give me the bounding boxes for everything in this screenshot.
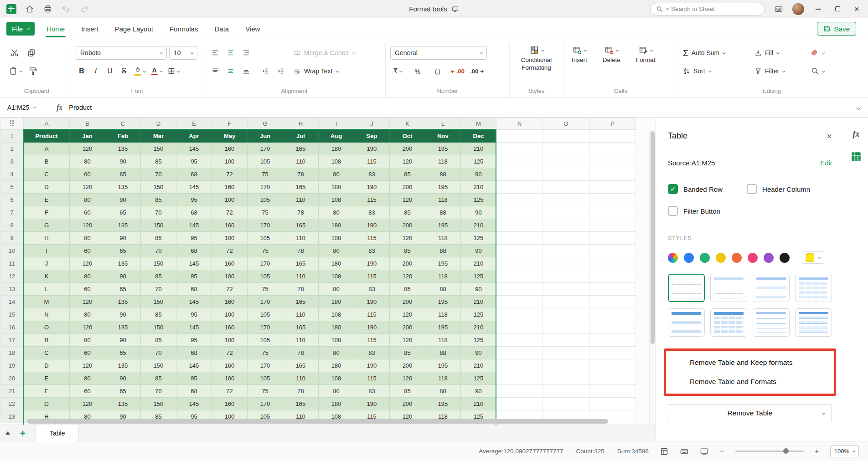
align-right-button[interactable] <box>239 46 253 60</box>
filter-button[interactable]: Filter <box>754 67 808 75</box>
style-color-6[interactable] <box>764 253 774 263</box>
cell[interactable]: 75 <box>248 347 283 359</box>
cell[interactable]: 195 <box>425 398 461 410</box>
cell[interactable] <box>589 155 636 168</box>
cell[interactable]: 210 <box>461 321 496 334</box>
cell[interactable]: 100 <box>212 270 248 283</box>
cell[interactable] <box>543 219 589 232</box>
cell[interactable] <box>496 168 543 181</box>
cell[interactable] <box>543 359 589 372</box>
cast-icon[interactable] <box>452 5 459 13</box>
checkbox-unchecked-icon[interactable] <box>747 184 757 194</box>
cell[interactable]: 120 <box>390 232 425 245</box>
cell[interactable]: 115 <box>354 334 390 347</box>
row-header-18[interactable]: 18 <box>0 347 24 359</box>
cell[interactable]: 125 <box>461 372 496 385</box>
cell[interactable]: 90 <box>105 194 141 206</box>
cell[interactable]: 85 <box>390 206 425 219</box>
cell[interactable]: 95 <box>176 270 212 283</box>
cell[interactable]: 85 <box>390 347 425 359</box>
cell[interactable]: 210 <box>461 181 496 194</box>
horizontal-scrollbar-thumb[interactable] <box>27 419 608 424</box>
cell[interactable]: 68 <box>176 283 212 296</box>
cell[interactable]: 125 <box>461 155 496 168</box>
cell[interactable] <box>496 334 543 347</box>
cell[interactable]: 118 <box>425 372 461 385</box>
cell[interactable] <box>589 194 636 206</box>
cell[interactable]: 83 <box>354 283 390 296</box>
cell[interactable] <box>496 245 543 257</box>
cell[interactable]: M <box>24 296 70 308</box>
row-header-17[interactable]: 17 <box>0 334 24 347</box>
cell[interactable]: 90 <box>461 245 496 257</box>
style-color-2[interactable] <box>700 253 710 263</box>
chevron-down-icon[interactable] <box>541 48 544 51</box>
cell[interactable]: 180 <box>319 181 354 194</box>
cell[interactable]: 200 <box>390 181 425 194</box>
cell[interactable] <box>496 296 543 308</box>
cell[interactable]: 90 <box>105 270 141 283</box>
cell[interactable] <box>543 283 589 296</box>
cell[interactable]: 190 <box>354 321 390 334</box>
cell[interactable]: 80 <box>70 232 105 245</box>
row-header-8[interactable]: 8 <box>0 219 24 232</box>
cell[interactable] <box>496 270 543 283</box>
column-header-B[interactable]: B <box>70 118 105 130</box>
format-cells-button[interactable]: Format <box>632 44 659 83</box>
cell[interactable]: 118 <box>425 334 461 347</box>
cell[interactable]: 200 <box>390 296 425 308</box>
cell[interactable] <box>589 321 636 334</box>
cell[interactable]: 72 <box>212 168 248 181</box>
cell[interactable] <box>589 143 636 155</box>
cell[interactable]: 78 <box>283 283 319 296</box>
cell[interactable]: 88 <box>425 168 461 181</box>
cell[interactable]: G <box>24 398 70 410</box>
cell[interactable]: 200 <box>390 321 425 334</box>
cell[interactable]: 72 <box>212 385 248 398</box>
row-header-12[interactable]: 12 <box>0 270 24 283</box>
filter-button-checkbox[interactable]: Filter Button <box>668 206 747 216</box>
cell[interactable] <box>543 347 589 359</box>
zoom-level-select[interactable]: 100% <box>830 446 859 457</box>
cell[interactable]: 190 <box>354 143 390 155</box>
sheet-tab-table[interactable]: Table <box>36 425 79 441</box>
cell[interactable]: 125 <box>461 270 496 283</box>
add-sheet-button[interactable]: + <box>17 428 28 439</box>
cell[interactable]: 88 <box>425 347 461 359</box>
cell[interactable]: 108 <box>319 270 354 283</box>
cell[interactable]: 190 <box>354 359 390 372</box>
cell[interactable]: I <box>24 245 70 257</box>
cell[interactable]: 145 <box>176 321 212 334</box>
cell[interactable]: 90 <box>461 347 496 359</box>
cell[interactable]: 145 <box>176 296 212 308</box>
cell[interactable]: May <box>212 130 248 143</box>
row-header-14[interactable]: 14 <box>0 296 24 308</box>
cell[interactable]: 118 <box>425 155 461 168</box>
cell[interactable]: 100 <box>212 155 248 168</box>
cell[interactable]: 65 <box>105 245 141 257</box>
cell[interactable] <box>589 308 636 321</box>
cell[interactable]: 105 <box>248 155 283 168</box>
cell[interactable]: 210 <box>461 143 496 155</box>
cell[interactable]: 120 <box>70 219 105 232</box>
cell[interactable]: 83 <box>354 347 390 359</box>
cell[interactable]: 68 <box>176 206 212 219</box>
header-column-checkbox[interactable]: Header Column <box>747 184 832 194</box>
cell[interactable]: 80 <box>70 270 105 283</box>
number-format-select[interactable]: General <box>390 46 487 60</box>
cell[interactable]: 200 <box>390 398 425 410</box>
cell[interactable] <box>589 181 636 194</box>
increase-decimal-button[interactable]: .00 <box>470 68 484 75</box>
chevron-down-icon[interactable] <box>584 48 587 51</box>
cell[interactable]: 83 <box>354 245 390 257</box>
cell[interactable] <box>496 143 543 155</box>
horizontal-scrollbar[interactable] <box>23 419 648 424</box>
cell[interactable]: Jun <box>248 130 283 143</box>
cell[interactable]: Feb <box>105 130 141 143</box>
cell[interactable]: 160 <box>212 398 248 410</box>
cell[interactable]: 200 <box>390 359 425 372</box>
cell[interactable]: 145 <box>176 219 212 232</box>
cell[interactable]: 75 <box>248 168 283 181</box>
cell[interactable]: 180 <box>319 219 354 232</box>
percent-format-button[interactable]: % <box>410 64 425 78</box>
